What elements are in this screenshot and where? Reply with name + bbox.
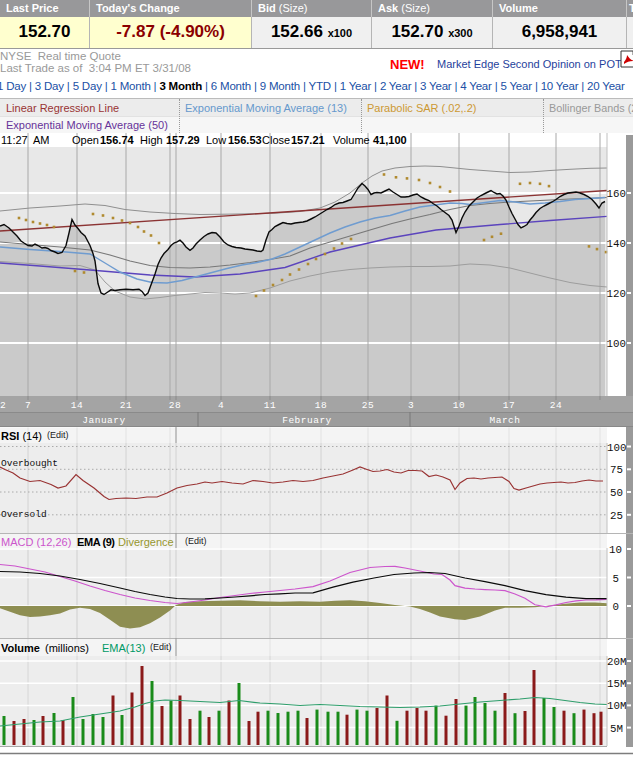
svg-text:160: 160 — [607, 188, 626, 200]
svg-text:(Edit): (Edit) — [150, 642, 172, 652]
svg-text:15M: 15M — [607, 678, 626, 690]
svg-text:EMA (9): EMA (9) — [77, 536, 115, 548]
svg-text:3: 3 — [408, 400, 414, 411]
svg-text:10M: 10M — [607, 700, 626, 712]
svg-text:25: 25 — [362, 400, 374, 411]
svg-text:157.21: 157.21 — [291, 134, 325, 146]
svg-text:10: 10 — [453, 400, 465, 411]
svg-text:7: 7 — [25, 400, 31, 411]
svg-text:50: 50 — [610, 487, 623, 499]
svg-text:4: 4 — [218, 400, 224, 411]
svg-text:100: 100 — [607, 442, 626, 454]
svg-text:11:27: 11:27 — [1, 134, 28, 146]
svg-text:5: 5 — [613, 573, 619, 585]
svg-text:(Edit): (Edit) — [47, 430, 69, 440]
svg-text:5M: 5M — [610, 723, 623, 735]
svg-text:Volume: Volume — [333, 134, 370, 146]
svg-text:(millions): (millions) — [45, 642, 89, 654]
svg-text:156.53: 156.53 — [228, 134, 262, 146]
svg-text:Overbought: Overbought — [1, 458, 58, 469]
svg-text:Low: Low — [206, 134, 226, 146]
svg-text:EMA(13): EMA(13) — [102, 642, 145, 654]
svg-text:February: February — [282, 415, 332, 426]
svg-text:140: 140 — [607, 238, 626, 250]
svg-text:157.29: 157.29 — [166, 134, 200, 146]
svg-text:100: 100 — [607, 338, 626, 350]
svg-text:Oversold: Oversold — [1, 509, 47, 520]
svg-text:17: 17 — [503, 400, 515, 411]
svg-text:10: 10 — [609, 544, 622, 556]
svg-text:0: 0 — [613, 601, 619, 613]
svg-text:25: 25 — [610, 510, 623, 522]
svg-text:18: 18 — [315, 400, 327, 411]
svg-text:Volume: Volume — [1, 642, 40, 654]
svg-text:RSI (14): RSI (14) — [1, 430, 42, 442]
svg-text:Divergence: Divergence — [118, 536, 174, 548]
svg-text:(Edit): (Edit) — [185, 536, 207, 546]
svg-text:14: 14 — [71, 400, 83, 411]
svg-text:156.74: 156.74 — [100, 134, 135, 146]
svg-text:11: 11 — [264, 400, 276, 411]
svg-text:March: March — [489, 415, 520, 426]
svg-text:2: 2 — [0, 400, 6, 411]
svg-text:24: 24 — [550, 400, 562, 411]
svg-text:20M: 20M — [607, 656, 626, 668]
svg-text:41,100: 41,100 — [373, 134, 407, 146]
svg-text:Open: Open — [72, 134, 99, 146]
svg-text:AM: AM — [33, 134, 50, 146]
svg-text:21: 21 — [120, 400, 132, 411]
svg-text:120: 120 — [607, 288, 626, 300]
svg-text:Close: Close — [262, 134, 290, 146]
svg-text:MACD (12,26): MACD (12,26) — [1, 536, 71, 548]
svg-text:28: 28 — [169, 400, 181, 411]
svg-text:High: High — [140, 134, 163, 146]
svg-text:January: January — [82, 415, 125, 426]
svg-text:75: 75 — [610, 464, 623, 476]
